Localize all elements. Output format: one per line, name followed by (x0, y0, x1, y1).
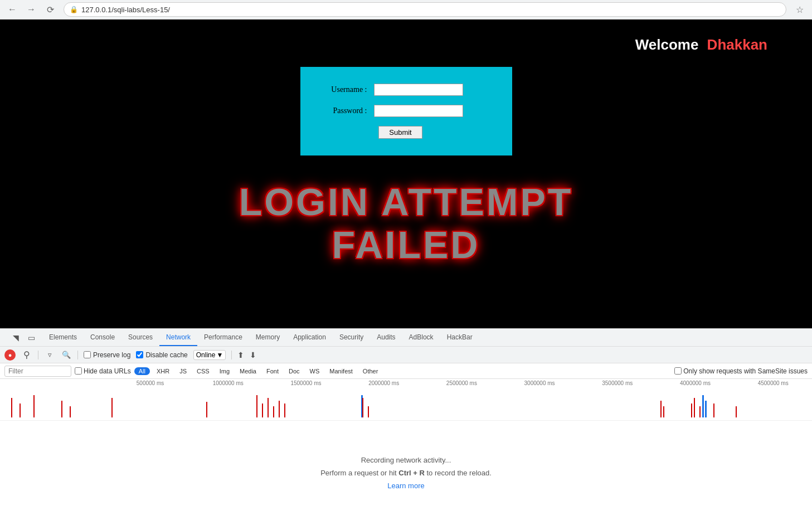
type-btn-other[interactable]: Other (359, 367, 382, 375)
reload-button[interactable]: ⟳ (42, 2, 58, 17)
samesite-checkbox-label[interactable]: Only show requests with SameSite issues (674, 367, 808, 375)
lock-icon: 🔒 (70, 6, 78, 13)
disable-cache-checkbox-label[interactable]: Disable cache (136, 351, 187, 359)
filter-input[interactable] (8, 367, 64, 375)
submit-row: Submit (317, 126, 484, 139)
devtools-filter-bar: Hide data URLs All XHR JS CSS Img Media … (0, 363, 812, 379)
hide-data-urls-label[interactable]: Hide data URLs (75, 367, 131, 375)
tab-hackbar[interactable]: HackBar (440, 329, 479, 346)
tab-sources[interactable]: Sources (121, 329, 159, 346)
tab-network[interactable]: Network (159, 329, 197, 346)
perform-request-text: Perform a request or hit Ctrl + R to rec… (320, 469, 492, 477)
type-btn-manifest[interactable]: Manifest (326, 367, 356, 375)
timeline-label-1: 500000 ms (111, 380, 189, 386)
timeline-label-8: 4000000 ms (657, 380, 735, 386)
webpage: Welcome Dhakkan Username : Password : Su… (0, 20, 812, 328)
device-toolbar-button[interactable]: ▭ (25, 331, 38, 344)
tab-adblock[interactable]: AdBlock (402, 329, 440, 346)
preserve-log-checkbox[interactable] (84, 351, 91, 358)
password-label: Password : (317, 106, 367, 115)
login-failed-line2: FAILED (239, 223, 573, 266)
tab-performance[interactable]: Performance (197, 329, 249, 346)
type-btn-js[interactable]: JS (176, 367, 190, 375)
filter-icon[interactable]: ▿ (44, 349, 55, 361)
hide-data-urls-text: Hide data URLs (84, 367, 131, 375)
address-bar[interactable]: 🔒 127.0.0.1/sqli-labs/Less-15/ (64, 2, 786, 17)
toolbar-separator-3 (231, 351, 232, 359)
preserve-log-label: Preserve log (93, 351, 130, 359)
username-input[interactable] (374, 84, 463, 96)
tab-application[interactable]: Application (286, 329, 333, 346)
online-label: Online (196, 351, 216, 359)
browser-chrome: ← → ⟳ 🔒 127.0.0.1/sqli-labs/Less-15/ ☆ (0, 0, 812, 20)
download-icon[interactable]: ⬇ (250, 351, 256, 359)
login-form-container: Username : Password : Submit (300, 67, 512, 155)
samesite-checkbox[interactable] (674, 367, 682, 375)
timeline-label-5: 2500000 ms (423, 380, 501, 386)
timeline-area: 500000 ms 1000000 ms 1500000 ms 2000000 … (0, 379, 812, 421)
tab-memory[interactable]: Memory (249, 329, 286, 346)
type-btn-media[interactable]: Media (236, 367, 260, 375)
back-button[interactable]: ← (4, 2, 20, 17)
filter-input-wrap (4, 366, 71, 377)
recording-text: Recording network activity... (361, 456, 451, 464)
preserve-log-checkbox-label[interactable]: Preserve log (84, 351, 130, 359)
password-row: Password : (317, 105, 484, 117)
tab-elements[interactable]: Elements (42, 329, 84, 346)
toolbar-separator-2 (77, 351, 78, 359)
online-select[interactable]: Online ▼ (193, 350, 226, 360)
network-activity-area: Recording network activity... Perform a … (0, 421, 812, 525)
samesite-text: Only show requests with SameSite issues (683, 367, 808, 375)
url-text: 127.0.0.1/sqli-labs/Less-15/ (81, 6, 170, 14)
username-label: Username : (317, 85, 367, 94)
toolbar-separator-1 (38, 351, 38, 359)
type-btn-all[interactable]: All (134, 367, 150, 375)
username-row: Username : (317, 84, 484, 96)
timeline-bars (0, 389, 812, 420)
perform-before-text: Perform a request or hit (320, 469, 398, 477)
type-btn-font[interactable]: Font (263, 367, 282, 375)
chevron-down-icon: ▼ (216, 351, 223, 359)
timeline-label-6: 3000000 ms (500, 380, 578, 386)
type-btn-css[interactable]: CSS (193, 367, 213, 375)
learn-more-link[interactable]: Learn more (387, 482, 424, 490)
tab-security[interactable]: Security (333, 329, 370, 346)
login-failed-line1: LOGIN ATTEMPT (239, 181, 573, 223)
timeline-labels: 500000 ms 1000000 ms 1500000 ms 2000000 … (0, 380, 812, 386)
perform-after-text: to record the reload. (425, 469, 492, 477)
disable-cache-checkbox[interactable] (136, 351, 143, 358)
login-failed-message: LOGIN ATTEMPT FAILED (239, 181, 573, 266)
nav-buttons: ← → ⟳ (4, 2, 58, 17)
tab-console[interactable]: Console (84, 329, 121, 346)
upload-icon[interactable]: ⬆ (237, 351, 244, 359)
welcome-label: Welcome (635, 36, 699, 53)
type-btn-ws[interactable]: WS (307, 367, 323, 375)
timeline-label-7: 3500000 ms (578, 380, 657, 386)
tab-audits[interactable]: Audits (370, 329, 402, 346)
timeline-label-9: 4500000 ms (734, 380, 812, 386)
disable-cache-label: Disable cache (145, 351, 187, 359)
devtools-panel: ◥ ▭ Elements Console Sources Network Per… (0, 328, 812, 525)
devtools-icon-group: ◥ ▭ (4, 329, 42, 346)
welcome-name: Dhakkan (707, 36, 767, 53)
forward-button[interactable]: → (23, 2, 39, 17)
shortcut-text: Ctrl + R (398, 469, 425, 477)
type-btn-doc[interactable]: Doc (285, 367, 303, 375)
timeline-label-2: 1000000 ms (189, 380, 267, 386)
welcome-header: Welcome Dhakkan (635, 36, 767, 54)
devtools-toolbar: ● ⚲ ▿ 🔍 Preserve log Disable cache Onlin… (0, 347, 812, 363)
password-input[interactable] (374, 105, 463, 117)
devtools-tabs: ◥ ▭ Elements Console Sources Network Per… (0, 329, 812, 347)
type-btn-img[interactable]: Img (216, 367, 233, 375)
timeline-label-0 (33, 380, 111, 386)
inspect-element-button[interactable]: ◥ (9, 331, 22, 344)
hide-data-urls-checkbox[interactable] (75, 367, 82, 375)
submit-button[interactable]: Submit (378, 126, 422, 139)
record-button[interactable]: ● (4, 349, 16, 361)
clear-button[interactable]: ⚲ (21, 349, 32, 361)
search-icon[interactable]: 🔍 (61, 349, 72, 361)
timeline-label-4: 2000000 ms (345, 380, 423, 386)
timeline-label-3: 1500000 ms (267, 380, 345, 386)
type-btn-xhr[interactable]: XHR (153, 367, 173, 375)
bookmark-button[interactable]: ☆ (792, 2, 808, 17)
